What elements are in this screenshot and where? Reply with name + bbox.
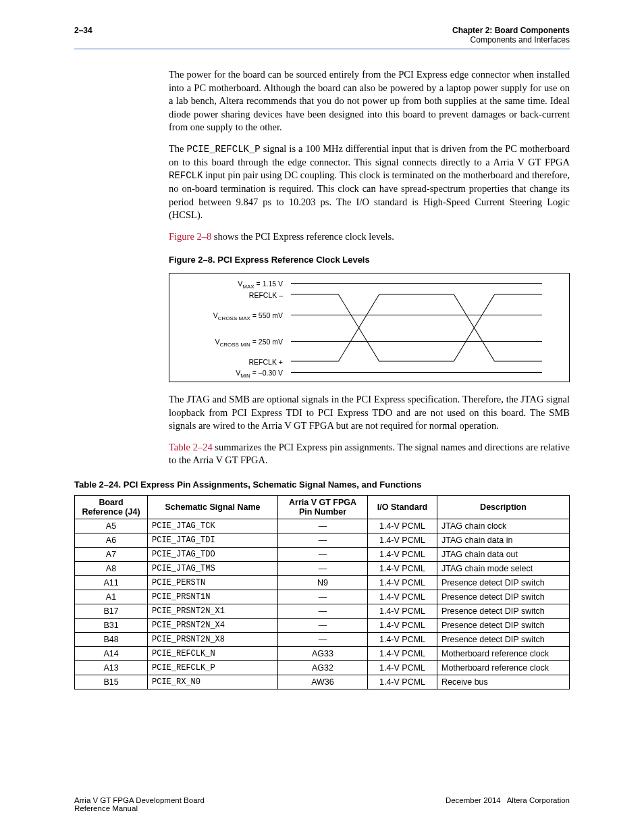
cell-description: Motherboard reference clock — [437, 660, 570, 675]
paragraph-table-ref: Table 2–24 summarizes the PCI Express pi… — [169, 441, 570, 467]
cell-description: JTAG chain mode select — [437, 561, 570, 575]
table-row: A8PCIE_JTAG_TMS—1.4-V PCMLJTAG chain mod… — [75, 561, 570, 575]
cell-board-ref: B48 — [75, 632, 148, 646]
cell-board-ref: A5 — [75, 519, 148, 533]
cell-pin-number: — — [278, 547, 368, 561]
cell-description: Presence detect DIP switch — [437, 632, 570, 646]
cell-description: Receive bus — [437, 675, 570, 689]
pin-assignment-table: Board Reference (J4) Schematic Signal Na… — [74, 495, 570, 689]
cell-board-ref: B17 — [75, 604, 148, 618]
table-row: B48PCIE_PRSNT2N_X8—1.4-V PCMLPresence de… — [75, 632, 570, 646]
footer-doc-title: Arria V GT FPGA Development Board — [74, 796, 205, 804]
cell-board-ref: A1 — [75, 590, 148, 604]
refclk-plus-wave — [291, 294, 542, 361]
cell-description: JTAG chain data out — [437, 547, 570, 561]
cell-signal-name: PCIE_JTAG_TCK — [148, 519, 278, 533]
table-row: B17PCIE_PRSNT2N_X1—1.4-V PCMLPresence de… — [75, 604, 570, 618]
page-number: 2–34 — [74, 26, 92, 35]
label-refclk-plus: REFCLK + — [249, 357, 283, 367]
table-row: A7PCIE_JTAG_TDO—1.4-V PCMLJTAG chain dat… — [75, 547, 570, 561]
cell-signal-name: PCIE_PRSNT2N_X4 — [148, 618, 278, 632]
cell-pin-number: — — [278, 561, 368, 575]
cell-description: Presence detect DIP switch — [437, 618, 570, 632]
table-header-row: Board Reference (J4) Schematic Signal Na… — [75, 495, 570, 519]
cell-description: JTAG chain data in — [437, 533, 570, 547]
chart-area — [291, 282, 542, 373]
table-row: A11PCIE_PERSTNN91.4-V PCMLPresence detec… — [75, 575, 570, 590]
cell-signal-name: PCIE_PRSNT2N_X1 — [148, 604, 278, 618]
table-row: A13PCIE_REFCLK_PAG321.4-V PCMLMotherboar… — [75, 660, 570, 675]
footer-date: December 2014 — [446, 796, 501, 804]
cell-signal-name: PCIE_PRSNT1N — [148, 590, 278, 604]
page-footer: Arria V GT FPGA Development Board Refere… — [74, 796, 570, 812]
label-vmax: VMAX = 1.15 V — [238, 279, 283, 291]
cell-description: Motherboard reference clock — [437, 646, 570, 660]
th-pin-number: Arria V GT FPGA Pin Number — [278, 495, 368, 519]
cell-signal-name: PCIE_REFCLK_P — [148, 660, 278, 675]
cell-io-standard: 1.4-V PCML — [368, 561, 437, 575]
footer-corporation: Altera Corporation — [507, 796, 570, 804]
cell-signal-name: PCIE_REFCLK_N — [148, 646, 278, 660]
cell-io-standard: 1.4-V PCML — [368, 604, 437, 618]
cell-io-standard: 1.4-V PCML — [368, 660, 437, 675]
figure-2-8: VMAX = 1.15 V REFCLK – VCROSS MAX = 550 … — [169, 273, 570, 382]
cell-signal-name: PCIE_JTAG_TDI — [148, 533, 278, 547]
cell-pin-number: — — [278, 590, 368, 604]
paragraph-power: The power for the board can be sourced e… — [169, 68, 570, 134]
cell-io-standard: 1.4-V PCML — [368, 575, 437, 590]
table-row: B31PCIE_PRSNT2N_X4—1.4-V PCMLPresence de… — [75, 618, 570, 632]
cell-description: Presence detect DIP switch — [437, 590, 570, 604]
cell-pin-number: N9 — [278, 575, 368, 590]
th-description: Description — [437, 495, 570, 519]
cell-board-ref: A13 — [75, 660, 148, 675]
label-vcross-max: VCROSS MAX = 550 mV — [213, 311, 283, 323]
label-refclk-minus: REFCLK – — [249, 290, 283, 300]
refclk-minus-wave — [291, 294, 542, 361]
cell-io-standard: 1.4-V PCML — [368, 590, 437, 604]
footer-doc-subtitle: Reference Manual — [74, 804, 205, 812]
figure-2-8-link[interactable]: Figure 2–8 — [169, 231, 211, 242]
text: summarizes the PCI Express pin assignmen… — [169, 442, 570, 466]
cell-pin-number: AW36 — [278, 675, 368, 689]
cell-signal-name: PCIE_RX_N0 — [148, 675, 278, 689]
code-refclk: REFCLK — [169, 170, 203, 181]
cell-signal-name: PCIE_JTAG_TDO — [148, 547, 278, 561]
waveform-svg — [291, 282, 542, 373]
cell-pin-number: — — [278, 533, 368, 547]
cell-signal-name: PCIE_PERSTN — [148, 575, 278, 590]
paragraph-refclk: The PCIE_REFCLK_P signal is a 100 MHz di… — [169, 142, 570, 222]
cell-io-standard: 1.4-V PCML — [368, 618, 437, 632]
label-vmin: VMIN = –0.30 V — [236, 368, 283, 380]
cell-board-ref: A6 — [75, 533, 148, 547]
header-right: Chapter 2: Board Components Components a… — [452, 26, 570, 45]
cell-pin-number: AG32 — [278, 660, 368, 675]
th-signal-name: Schematic Signal Name — [148, 495, 278, 519]
cell-description: Presence detect DIP switch — [437, 604, 570, 618]
figure-caption: Figure 2–8. PCI Express Reference Clock … — [169, 254, 570, 266]
th-io-standard: I/O Standard — [368, 495, 437, 519]
footer-right: December 2014 Altera Corporation — [446, 796, 570, 812]
table-row: A1PCIE_PRSNT1N—1.4-V PCMLPresence detect… — [75, 590, 570, 604]
cell-io-standard: 1.4-V PCML — [368, 646, 437, 660]
footer-left: Arria V GT FPGA Development Board Refere… — [74, 796, 205, 812]
table-row: B15PCIE_RX_N0AW361.4-V PCMLReceive bus — [75, 675, 570, 689]
code-pcie-refclk-p: PCIE_REFCLK_P — [187, 144, 261, 155]
table-caption: Table 2–24. PCI Express Pin Assignments,… — [74, 479, 570, 490]
paragraph-figure-ref: Figure 2–8 shows the PCI Express referen… — [169, 230, 570, 244]
cell-pin-number: — — [278, 618, 368, 632]
table-2-24-link[interactable]: Table 2–24 — [169, 442, 213, 452]
cell-board-ref: A14 — [75, 646, 148, 660]
cell-board-ref: B31 — [75, 618, 148, 632]
cell-description: JTAG chain clock — [437, 519, 570, 533]
table-row: A6PCIE_JTAG_TDI—1.4-V PCMLJTAG chain dat… — [75, 533, 570, 547]
th-board-ref: Board Reference (J4) — [75, 495, 148, 519]
cell-io-standard: 1.4-V PCML — [368, 547, 437, 561]
cell-io-standard: 1.4-V PCML — [368, 632, 437, 646]
cell-pin-number: — — [278, 632, 368, 646]
body-content: The power for the board can be sourced e… — [169, 68, 570, 467]
chapter-title: Chapter 2: Board Components — [452, 26, 570, 35]
cell-description: Presence detect DIP switch — [437, 575, 570, 590]
page-header: 2–34 Chapter 2: Board Components Compone… — [74, 26, 570, 49]
cell-io-standard: 1.4-V PCML — [368, 533, 437, 547]
cell-signal-name: PCIE_JTAG_TMS — [148, 561, 278, 575]
